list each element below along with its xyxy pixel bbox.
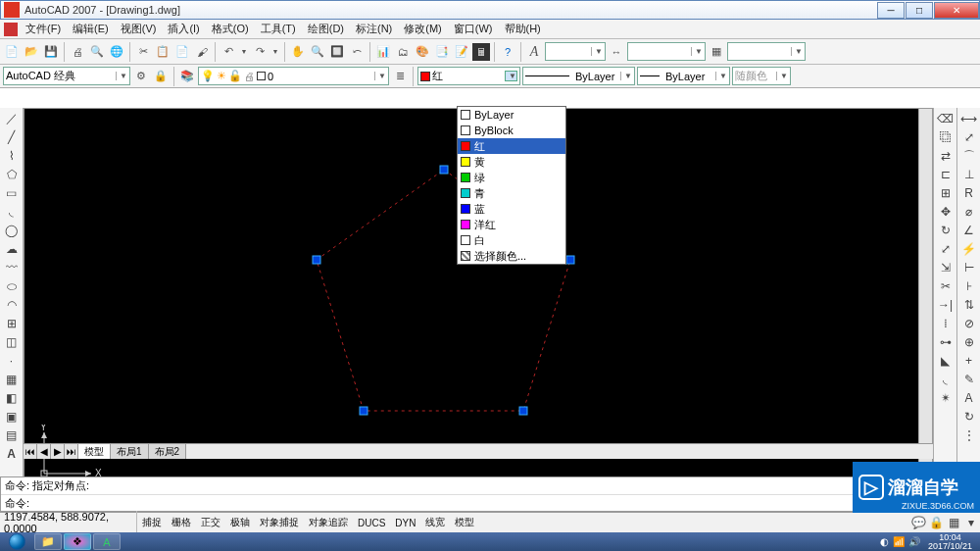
mtext-icon[interactable]: A bbox=[3, 445, 21, 463]
open-icon[interactable]: 📂 bbox=[23, 43, 40, 61]
cut-icon[interactable]: ✂ bbox=[134, 43, 152, 61]
erase-icon[interactable]: ⌫ bbox=[937, 110, 955, 127]
preview-icon[interactable]: 🔍 bbox=[88, 43, 106, 61]
arc-icon[interactable]: ◟ bbox=[3, 203, 21, 221]
zoom-prev-icon[interactable]: ⤺ bbox=[348, 43, 366, 61]
tray-icon[interactable]: ◐ bbox=[880, 536, 889, 547]
tray-vol-icon[interactable]: 🔊 bbox=[908, 536, 920, 547]
rect-icon[interactable]: ▭ bbox=[3, 184, 21, 202]
dim-base-icon[interactable]: ⊢ bbox=[960, 259, 978, 276]
vscrollbar[interactable] bbox=[918, 109, 932, 477]
color-opt-magenta[interactable]: 洋红 bbox=[458, 217, 565, 232]
close-button[interactable]: ✕ bbox=[934, 2, 979, 19]
menu-help[interactable]: 帮助(H) bbox=[501, 20, 545, 38]
trim-icon[interactable]: ✂ bbox=[937, 277, 955, 295]
dim-quick-icon[interactable]: ⚡ bbox=[960, 240, 978, 258]
workspace-settings-icon[interactable]: ⚙ bbox=[132, 68, 150, 85]
dim-ang-icon[interactable]: ∠ bbox=[960, 222, 978, 239]
tab-layout2[interactable]: 布局2 bbox=[149, 444, 187, 459]
chamfer-icon[interactable]: ◣ bbox=[937, 352, 955, 370]
layer-prev-icon[interactable]: ≣ bbox=[391, 68, 409, 85]
layer-combo[interactable]: 💡☀🔓🖨 0▼ bbox=[198, 67, 389, 85]
color-opt-byblock[interactable]: ByBlock bbox=[458, 123, 565, 138]
calc-icon[interactable]: 🖩 bbox=[472, 43, 490, 61]
tablestyle-combo[interactable]: ▼ bbox=[727, 42, 806, 61]
save-icon[interactable]: 💾 bbox=[42, 43, 60, 61]
insert-icon[interactable]: ⊞ bbox=[3, 315, 21, 332]
tray-lock-icon[interactable]: 🔒 bbox=[927, 514, 945, 531]
tray-net-icon[interactable]: 📶 bbox=[893, 536, 905, 547]
lineweight-combo[interactable]: ByLayer▼ bbox=[637, 67, 730, 85]
offset-icon[interactable]: ⊏ bbox=[937, 166, 955, 183]
extend-icon[interactable]: →| bbox=[937, 296, 955, 314]
fillet-icon[interactable]: ◟ bbox=[937, 371, 955, 388]
mode-model[interactable]: 模型 bbox=[450, 514, 479, 531]
menu-draw[interactable]: 绘图(D) bbox=[304, 20, 348, 38]
pan-icon[interactable]: ✋ bbox=[289, 43, 307, 61]
color-opt-cyan[interactable]: 青 bbox=[458, 185, 565, 201]
ellipsearc-icon[interactable]: ◠ bbox=[3, 296, 21, 314]
hatch-icon[interactable]: ▦ bbox=[3, 371, 21, 388]
undo-drop-icon[interactable]: ▼ bbox=[239, 43, 249, 61]
match-icon[interactable]: 🖌 bbox=[193, 43, 211, 61]
tablestyle-icon[interactable]: ▦ bbox=[708, 43, 725, 61]
table-icon[interactable]: ▤ bbox=[3, 426, 21, 444]
dc-icon[interactable]: 🗂 bbox=[394, 43, 412, 61]
mode-otrack[interactable]: 对象追踪 bbox=[304, 514, 353, 531]
stretch-icon[interactable]: ⇲ bbox=[937, 259, 955, 276]
color-opt-yellow[interactable]: 黄 bbox=[458, 154, 565, 170]
rotate-icon[interactable]: ↻ bbox=[937, 222, 955, 239]
workspace-combo[interactable]: AutoCAD 经典▼ bbox=[3, 67, 130, 85]
task-autocad-icon[interactable]: A bbox=[93, 533, 121, 550]
color-dropdown-list[interactable]: ByLayer ByBlock 红 黄 绿 青 蓝 洋红 白 选择颜色... bbox=[457, 106, 566, 265]
join-icon[interactable]: ⊶ bbox=[937, 333, 955, 351]
mode-grid[interactable]: 栅格 bbox=[167, 514, 196, 531]
linetype-combo[interactable]: ByLayer▼ bbox=[522, 67, 635, 85]
help-icon[interactable]: ? bbox=[499, 43, 516, 61]
props-icon[interactable]: 📊 bbox=[374, 43, 392, 61]
paste-icon[interactable]: 📄 bbox=[173, 43, 191, 61]
task-app2-icon[interactable]: ❖ bbox=[64, 533, 91, 550]
tp-icon[interactable]: 🎨 bbox=[414, 43, 431, 61]
tray-comm-icon[interactable]: 💬 bbox=[909, 514, 927, 531]
gradient-icon[interactable]: ◧ bbox=[3, 389, 21, 407]
dim-edit-icon[interactable]: ✎ bbox=[960, 371, 978, 388]
move-icon[interactable]: ✥ bbox=[937, 203, 955, 221]
start-button[interactable] bbox=[0, 532, 33, 551]
ellipse-icon[interactable]: ⬭ bbox=[3, 277, 21, 295]
explode-icon[interactable]: ✴ bbox=[937, 389, 955, 407]
plotstyle-combo[interactable]: 随颜色▼ bbox=[732, 67, 791, 85]
dimstyle-combo[interactable]: ▼ bbox=[627, 42, 706, 61]
dim-dia-icon[interactable]: ⌀ bbox=[960, 203, 978, 221]
maximize-button[interactable]: □ bbox=[906, 2, 933, 19]
color-combo[interactable]: 红▼ bbox=[417, 67, 520, 85]
command-window[interactable]: 命令: 指定对角点: 命令: ▲ ▼ bbox=[0, 476, 980, 512]
line-icon[interactable]: ／ bbox=[3, 110, 21, 127]
dim-linear-icon[interactable]: ⟷ bbox=[960, 110, 978, 127]
pline-icon[interactable]: ⌇ bbox=[3, 147, 21, 165]
mode-ducs[interactable]: DUCS bbox=[353, 516, 390, 530]
tab-next-icon[interactable]: ▶ bbox=[51, 444, 65, 459]
dim-tedit-icon[interactable]: A bbox=[960, 389, 978, 407]
array-icon[interactable]: ⊞ bbox=[937, 184, 955, 202]
redo-drop-icon[interactable]: ▼ bbox=[270, 43, 280, 61]
mode-snap[interactable]: 捕捉 bbox=[137, 514, 167, 531]
mode-polar[interactable]: 极轴 bbox=[225, 514, 255, 531]
dim-rad-icon[interactable]: R bbox=[960, 184, 978, 202]
clock[interactable]: 10:042017/10/21 bbox=[924, 533, 976, 551]
textstyle-icon[interactable]: A bbox=[525, 43, 543, 61]
menu-dim[interactable]: 标注(N) bbox=[352, 20, 396, 38]
color-opt-red[interactable]: 红 bbox=[458, 138, 565, 154]
color-opt-blue[interactable]: 蓝 bbox=[458, 201, 565, 217]
menu-tools[interactable]: 工具(T) bbox=[257, 20, 300, 38]
dim-space-icon[interactable]: ⇅ bbox=[960, 296, 978, 314]
color-opt-bylayer[interactable]: ByLayer bbox=[458, 107, 565, 123]
xline-icon[interactable]: ╱ bbox=[3, 128, 21, 146]
undo-icon[interactable]: ↶ bbox=[220, 43, 237, 61]
tolerance-icon[interactable]: ⊕ bbox=[960, 333, 978, 351]
point-icon[interactable]: · bbox=[3, 352, 21, 370]
zoom-win-icon[interactable]: 🔲 bbox=[328, 43, 346, 61]
spline-icon[interactable]: 〰 bbox=[3, 259, 21, 276]
copy-icon[interactable]: 📋 bbox=[154, 43, 172, 61]
circle-icon[interactable]: ◯ bbox=[3, 222, 21, 239]
